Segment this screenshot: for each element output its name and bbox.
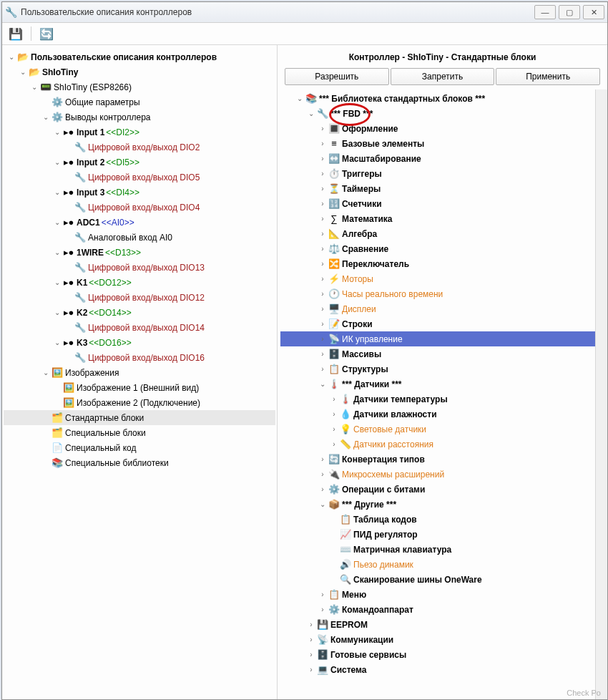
right-tree-item[interactable]: ›🔌Микросхемы расширений [280,467,604,482]
expand-icon[interactable]: › [318,335,328,343]
expand-icon[interactable]: › [318,606,328,613]
right-tree-item[interactable]: ›🔢Счетчики [280,196,604,211]
apply-button[interactable]: Применить [496,68,600,85]
expand-icon[interactable]: ⌄ [52,128,62,136]
expand-icon[interactable]: › [318,275,328,283]
right-tree-item[interactable]: ›🔀Переключатель [280,256,604,271]
expand-icon[interactable]: › [318,125,328,132]
expand-icon[interactable]: ⌄ [6,53,16,61]
expand-icon[interactable]: ⌄ [41,369,51,376]
left-tree-item[interactable]: 🖼️Изображение 1 (Внешний вид) [4,380,275,395]
right-tree-item[interactable]: ›🕐Часы реального времени [280,286,604,301]
expand-icon[interactable]: ⌄ [52,278,62,286]
right-tree-item[interactable]: ›📡ИК управление [280,331,604,346]
right-tree-item[interactable]: ›💾EEPROM [280,617,604,632]
expand-icon[interactable]: ⌄ [318,380,328,388]
deny-button[interactable]: Запретить [391,68,495,85]
left-tree-item[interactable]: ⌄▸●K2 <<DO14>> [4,305,275,320]
expand-icon[interactable]: ⌄ [29,83,39,91]
expand-icon[interactable]: › [318,170,328,178]
right-tree-item[interactable]: ›💻Система [280,662,604,677]
expand-icon[interactable]: › [318,215,328,223]
expand-icon[interactable]: › [318,365,328,373]
right-tree-item[interactable]: ⌄🔧*** FBD *** [280,106,604,121]
left-tree-item[interactable]: ⌄▸●Input 3 <<DI4>> [4,185,275,200]
expand-icon[interactable]: ⌄ [52,308,62,316]
right-tree-item[interactable]: ›⚡Моторы [280,271,604,286]
scrollbar[interactable] [595,89,607,699]
expand-icon[interactable]: › [306,621,316,628]
expand-icon[interactable]: › [329,395,339,403]
expand-icon[interactable]: › [306,651,316,658]
right-tree-item[interactable]: ›💡Световые датчики [280,422,604,437]
expand-icon[interactable]: › [318,245,328,253]
left-tree-item[interactable]: 🔧Цифровой вход/выход DIO13 [4,260,275,275]
left-tree-item[interactable]: 🖼️Изображение 2 (Подключение) [4,395,275,410]
left-tree-item[interactable]: ⌄▸●ADC1 <<AI0>> [4,215,275,230]
close-button[interactable]: ✕ [583,5,604,19]
left-tree-item[interactable]: 🔧Цифровой вход/выход DIO12 [4,290,275,305]
left-tree-item[interactable]: ⌄⚙️Выводы контроллера [4,110,275,125]
expand-icon[interactable]: › [318,200,328,208]
left-tree-item[interactable]: ⌄▸●Input 2 <<DI5>> [4,155,275,170]
left-tree-item[interactable]: ⌄▸●K3 <<DO16>> [4,335,275,350]
right-tree-item[interactable]: ›📡Коммуникации [280,632,604,647]
expand-icon[interactable]: ⌄ [295,94,305,102]
left-tree-item[interactable]: ⌄🖼️Изображения [4,365,275,380]
left-tree-item[interactable]: 🔧Аналоговый вход AI0 [4,230,275,245]
right-tree-item[interactable]: ›🔳Оформление [280,121,604,136]
right-tree-item[interactable]: 📋Таблица кодов [280,512,604,527]
expand-icon[interactable]: › [318,470,328,478]
right-tree-item[interactable]: ›⚙️Командоаппарат [280,602,604,617]
left-tree-item[interactable]: ⌄▸●Input 1 <<DI2>> [4,125,275,140]
expand-icon[interactable]: › [318,155,328,162]
left-tree-item[interactable]: ⚙️Общие параметры [4,94,275,110]
left-tree-item[interactable]: ⌄▸●K1 <<DO12>> [4,275,275,290]
left-tree-item[interactable]: ⌄▸●1WIRE <<D13>> [4,245,275,260]
right-tree-item[interactable]: ⌄📚*** Библиотека стандартных блоков *** [280,91,604,106]
left-tree-item[interactable]: 🗂️Специальные блоки [4,425,275,440]
left-tree-item[interactable]: 🔧Цифровой вход/выход DIO14 [4,320,275,335]
right-tree-item[interactable]: ›🖥️Дисплеи [280,301,604,316]
left-tree-item[interactable]: 📄Специальный код [4,440,275,455]
expand-icon[interactable]: › [329,410,339,418]
expand-icon[interactable]: › [318,590,328,598]
maximize-button[interactable]: ▢ [559,5,580,19]
right-tree-item[interactable]: ›↔️Масштабирование [280,151,604,166]
expand-icon[interactable]: ⌄ [318,500,328,508]
left-tree-item[interactable]: 🔧Цифровой вход/выход DIO4 [4,200,275,215]
right-tree-item[interactable]: ⌨️Матричная клавиатура [280,542,604,557]
expand-icon[interactable]: › [318,230,328,238]
right-tree-item[interactable]: ›🗄️Массивы [280,346,604,361]
allow-button[interactable]: Разрешить [285,68,389,85]
right-tree-item[interactable]: ›🌡️Датчики температуры [280,392,604,407]
right-tree-item[interactable]: ›≡Базовые элементы [280,136,604,151]
expand-icon[interactable]: ⌄ [52,188,62,196]
expand-icon[interactable]: › [318,320,328,328]
right-tree-item[interactable]: ›∑Математика [280,211,604,226]
expand-icon[interactable]: › [318,290,328,298]
expand-icon[interactable]: › [318,455,328,463]
right-tree-item[interactable]: ›⏳Таймеры [280,181,604,196]
left-tree-item[interactable]: 🔧Цифровой вход/выход DIO2 [4,140,275,155]
left-tree-item[interactable]: 🗂️Стандартные блоки [4,410,275,425]
right-tree-item[interactable]: 🔍Сканирование шины OneWare [280,572,604,587]
expand-icon[interactable]: › [318,260,328,268]
expand-icon[interactable]: › [329,425,339,433]
left-tree-item[interactable]: ⌄📟ShIoTiny (ESP8266) [4,79,275,94]
right-tree-item[interactable]: ›📏Датчики расстояния [280,437,604,452]
expand-icon[interactable]: › [318,485,328,493]
refresh-button[interactable]: 🔄 [39,26,54,42]
expand-icon[interactable]: ⌄ [41,113,51,121]
right-tree-item[interactable]: ›📋Структуры [280,361,604,376]
expand-icon[interactable]: ⌄ [18,68,28,76]
left-tree-item[interactable]: 🔧Цифровой вход/выход DIO5 [4,170,275,185]
expand-icon[interactable]: ⌄ [52,248,62,256]
expand-icon[interactable]: › [318,305,328,313]
titlebar[interactable]: 🔧 Пользовательские описания контроллеров… [2,2,607,23]
right-tree-item[interactable]: ›⚖️Сравнение [280,241,604,256]
right-tree-item[interactable]: ⌄🌡️*** Датчики *** [280,376,604,392]
expand-icon[interactable]: › [306,666,316,674]
right-tree-item[interactable]: ›⚙️Операции с битами [280,482,604,497]
minimize-button[interactable]: — [534,5,556,19]
